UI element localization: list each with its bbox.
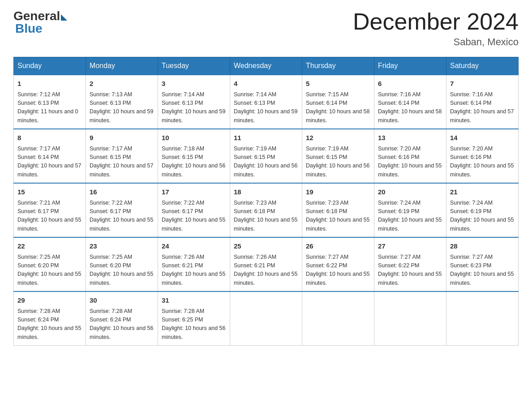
day-number: 16 [90, 187, 154, 197]
day-info: Sunrise: 7:24 AMSunset: 6:19 PMDaylight:… [450, 199, 515, 234]
calendar-cell: 5Sunrise: 7:15 AMSunset: 6:14 PMDaylight… [302, 75, 374, 129]
day-info: Sunrise: 7:27 AMSunset: 6:22 PMDaylight:… [378, 253, 442, 288]
calendar-cell: 3Sunrise: 7:14 AMSunset: 6:13 PMDaylight… [158, 75, 230, 129]
column-header-thursday: Thursday [302, 57, 374, 75]
day-info: Sunrise: 7:22 AMSunset: 6:17 PMDaylight:… [90, 199, 154, 234]
column-header-sunday: Sunday [14, 57, 86, 75]
day-info: Sunrise: 7:26 AMSunset: 6:21 PMDaylight:… [234, 253, 298, 288]
day-number: 18 [234, 187, 298, 197]
day-info: Sunrise: 7:19 AMSunset: 6:15 PMDaylight:… [234, 145, 298, 180]
day-info: Sunrise: 7:15 AMSunset: 6:14 PMDaylight:… [306, 90, 370, 125]
calendar-week-row: 29Sunrise: 7:28 AMSunset: 6:24 PMDayligh… [14, 291, 519, 346]
day-number: 10 [162, 133, 226, 143]
day-number: 26 [306, 241, 370, 252]
day-info: Sunrise: 7:28 AMSunset: 6:24 PMDaylight:… [90, 307, 154, 342]
day-info: Sunrise: 7:13 AMSunset: 6:13 PMDaylight:… [90, 90, 154, 125]
column-header-friday: Friday [374, 57, 446, 75]
calendar-week-row: 8Sunrise: 7:17 AMSunset: 6:14 PMDaylight… [14, 129, 519, 183]
day-info: Sunrise: 7:19 AMSunset: 6:15 PMDaylight:… [306, 145, 370, 180]
calendar-cell: 16Sunrise: 7:22 AMSunset: 6:17 PMDayligh… [86, 183, 158, 237]
day-number: 29 [17, 295, 82, 306]
calendar-cell [374, 291, 446, 346]
column-header-wednesday: Wednesday [230, 57, 302, 75]
day-number: 6 [378, 79, 442, 89]
calendar-cell: 11Sunrise: 7:19 AMSunset: 6:15 PMDayligh… [230, 129, 302, 183]
location-text: Saban, Mexico [353, 36, 519, 48]
day-info: Sunrise: 7:28 AMSunset: 6:24 PMDaylight:… [17, 307, 82, 342]
day-info: Sunrise: 7:27 AMSunset: 6:22 PMDaylight:… [306, 253, 370, 288]
day-info: Sunrise: 7:20 AMSunset: 6:16 PMDaylight:… [378, 145, 442, 180]
day-number: 5 [306, 79, 370, 89]
day-number: 12 [306, 133, 370, 143]
day-number: 25 [234, 241, 298, 252]
day-info: Sunrise: 7:23 AMSunset: 6:18 PMDaylight:… [234, 199, 298, 234]
day-number: 15 [17, 187, 82, 197]
day-number: 13 [378, 133, 442, 143]
calendar-cell: 6Sunrise: 7:16 AMSunset: 6:14 PMDaylight… [374, 75, 446, 129]
logo: General Blue [13, 9, 67, 36]
day-number: 11 [234, 133, 298, 143]
calendar-cell: 1Sunrise: 7:12 AMSunset: 6:13 PMDaylight… [14, 75, 86, 129]
day-number: 7 [450, 79, 515, 89]
day-info: Sunrise: 7:16 AMSunset: 6:14 PMDaylight:… [378, 90, 442, 125]
page-header: General Blue December 2024 Saban, Mexico [13, 9, 519, 48]
calendar-cell [302, 291, 374, 346]
column-header-saturday: Saturday [446, 57, 519, 75]
day-info: Sunrise: 7:16 AMSunset: 6:14 PMDaylight:… [450, 90, 515, 125]
day-info: Sunrise: 7:21 AMSunset: 6:17 PMDaylight:… [17, 199, 82, 234]
day-info: Sunrise: 7:20 AMSunset: 6:16 PMDaylight:… [450, 145, 515, 180]
day-number: 14 [450, 133, 515, 143]
day-info: Sunrise: 7:17 AMSunset: 6:14 PMDaylight:… [17, 145, 82, 180]
title-section: December 2024 Saban, Mexico [353, 9, 519, 48]
day-info: Sunrise: 7:18 AMSunset: 6:15 PMDaylight:… [162, 145, 226, 180]
day-number: 9 [90, 133, 154, 143]
calendar-table: SundayMondayTuesdayWednesdayThursdayFrid… [13, 57, 519, 346]
day-info: Sunrise: 7:17 AMSunset: 6:15 PMDaylight:… [90, 145, 154, 180]
calendar-cell: 25Sunrise: 7:26 AMSunset: 6:21 PMDayligh… [230, 237, 302, 291]
calendar-cell: 29Sunrise: 7:28 AMSunset: 6:24 PMDayligh… [14, 291, 86, 346]
calendar-cell [230, 291, 302, 346]
calendar-cell: 18Sunrise: 7:23 AMSunset: 6:18 PMDayligh… [230, 183, 302, 237]
calendar-cell: 30Sunrise: 7:28 AMSunset: 6:24 PMDayligh… [86, 291, 158, 346]
calendar-week-row: 1Sunrise: 7:12 AMSunset: 6:13 PMDaylight… [14, 75, 519, 129]
day-number: 23 [90, 241, 154, 252]
calendar-week-row: 15Sunrise: 7:21 AMSunset: 6:17 PMDayligh… [14, 183, 519, 237]
day-number: 17 [162, 187, 226, 197]
logo-arrow-icon [61, 14, 67, 21]
calendar-cell [446, 291, 519, 346]
column-header-tuesday: Tuesday [158, 57, 230, 75]
day-number: 8 [17, 133, 82, 143]
day-number: 21 [450, 187, 515, 197]
day-number: 30 [90, 295, 154, 306]
logo-blue-text: Blue [15, 21, 43, 36]
calendar-cell: 15Sunrise: 7:21 AMSunset: 6:17 PMDayligh… [14, 183, 86, 237]
day-info: Sunrise: 7:12 AMSunset: 6:13 PMDaylight:… [17, 90, 82, 125]
day-number: 1 [17, 79, 82, 89]
day-number: 22 [17, 241, 82, 252]
calendar-cell: 9Sunrise: 7:17 AMSunset: 6:15 PMDaylight… [86, 129, 158, 183]
calendar-cell: 26Sunrise: 7:27 AMSunset: 6:22 PMDayligh… [302, 237, 374, 291]
month-title: December 2024 [353, 9, 519, 34]
calendar-cell: 23Sunrise: 7:25 AMSunset: 6:20 PMDayligh… [86, 237, 158, 291]
day-number: 24 [162, 241, 226, 252]
day-info: Sunrise: 7:14 AMSunset: 6:13 PMDaylight:… [234, 90, 298, 125]
calendar-cell: 22Sunrise: 7:25 AMSunset: 6:20 PMDayligh… [14, 237, 86, 291]
calendar-cell: 14Sunrise: 7:20 AMSunset: 6:16 PMDayligh… [446, 129, 519, 183]
calendar-cell: 31Sunrise: 7:28 AMSunset: 6:25 PMDayligh… [158, 291, 230, 346]
day-info: Sunrise: 7:27 AMSunset: 6:23 PMDaylight:… [450, 253, 515, 288]
calendar-cell: 27Sunrise: 7:27 AMSunset: 6:22 PMDayligh… [374, 237, 446, 291]
calendar-cell: 20Sunrise: 7:24 AMSunset: 6:19 PMDayligh… [374, 183, 446, 237]
day-info: Sunrise: 7:25 AMSunset: 6:20 PMDaylight:… [90, 253, 154, 288]
calendar-cell: 4Sunrise: 7:14 AMSunset: 6:13 PMDaylight… [230, 75, 302, 129]
calendar-week-row: 22Sunrise: 7:25 AMSunset: 6:20 PMDayligh… [14, 237, 519, 291]
day-number: 20 [378, 187, 442, 197]
calendar-cell: 21Sunrise: 7:24 AMSunset: 6:19 PMDayligh… [446, 183, 519, 237]
day-info: Sunrise: 7:22 AMSunset: 6:17 PMDaylight:… [162, 199, 226, 234]
day-number: 3 [162, 79, 226, 89]
day-info: Sunrise: 7:26 AMSunset: 6:21 PMDaylight:… [162, 253, 226, 288]
day-info: Sunrise: 7:25 AMSunset: 6:20 PMDaylight:… [17, 253, 82, 288]
calendar-cell: 7Sunrise: 7:16 AMSunset: 6:14 PMDaylight… [446, 75, 519, 129]
day-info: Sunrise: 7:24 AMSunset: 6:19 PMDaylight:… [378, 199, 442, 234]
day-number: 28 [450, 241, 515, 252]
day-info: Sunrise: 7:14 AMSunset: 6:13 PMDaylight:… [162, 90, 226, 125]
